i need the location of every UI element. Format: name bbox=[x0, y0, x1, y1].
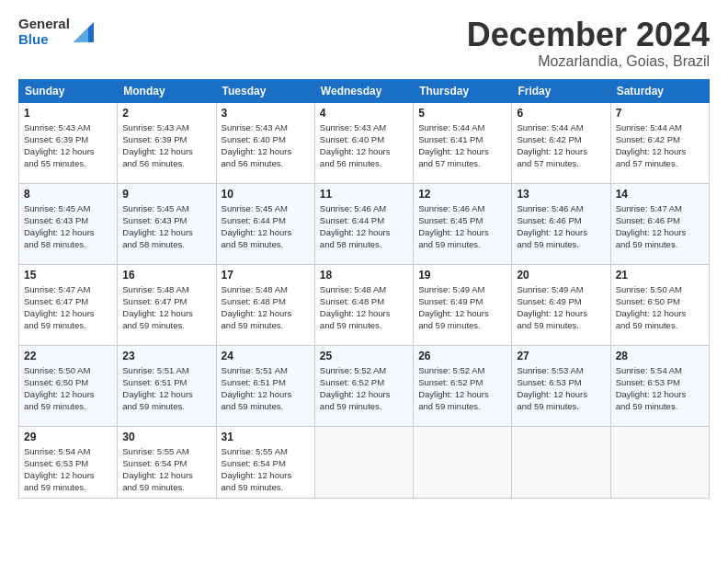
day-info: Sunrise: 5:51 AM Sunset: 6:51 PM Dayligh… bbox=[122, 364, 210, 413]
table-row: 22Sunrise: 5:50 AM Sunset: 6:50 PM Dayli… bbox=[19, 345, 118, 426]
day-info: Sunrise: 5:55 AM Sunset: 6:54 PM Dayligh… bbox=[122, 445, 210, 494]
day-info: Sunrise: 5:50 AM Sunset: 6:50 PM Dayligh… bbox=[24, 364, 112, 413]
table-row: 21Sunrise: 5:50 AM Sunset: 6:50 PM Dayli… bbox=[610, 264, 709, 345]
table-row: 19Sunrise: 5:49 AM Sunset: 6:49 PM Dayli… bbox=[414, 264, 512, 345]
table-row: 31Sunrise: 5:55 AM Sunset: 6:54 PM Dayli… bbox=[216, 426, 314, 498]
header-sunday: Sunday bbox=[19, 79, 118, 102]
day-number: 27 bbox=[517, 350, 605, 362]
day-number: 9 bbox=[122, 188, 210, 201]
day-info: Sunrise: 5:47 AM Sunset: 6:47 PM Dayligh… bbox=[24, 283, 112, 332]
day-info: Sunrise: 5:52 AM Sunset: 6:52 PM Dayligh… bbox=[320, 364, 408, 413]
table-row: 28Sunrise: 5:54 AM Sunset: 6:53 PM Dayli… bbox=[610, 345, 709, 426]
day-info: Sunrise: 5:43 AM Sunset: 6:40 PM Dayligh… bbox=[320, 121, 408, 170]
day-number: 4 bbox=[320, 107, 408, 120]
header-wednesday: Wednesday bbox=[314, 79, 413, 102]
header-monday: Monday bbox=[118, 79, 216, 102]
day-info: Sunrise: 5:49 AM Sunset: 6:49 PM Dayligh… bbox=[517, 283, 605, 332]
day-number: 1 bbox=[24, 107, 112, 120]
day-info: Sunrise: 5:44 AM Sunset: 6:42 PM Dayligh… bbox=[517, 121, 605, 170]
day-number: 14 bbox=[616, 188, 704, 201]
day-info: Sunrise: 5:43 AM Sunset: 6:39 PM Dayligh… bbox=[122, 121, 210, 170]
day-number: 15 bbox=[24, 269, 112, 282]
day-info: Sunrise: 5:48 AM Sunset: 6:48 PM Dayligh… bbox=[222, 283, 310, 332]
day-info: Sunrise: 5:47 AM Sunset: 6:46 PM Dayligh… bbox=[616, 202, 704, 251]
day-number: 31 bbox=[222, 431, 310, 443]
table-row: 4Sunrise: 5:43 AM Sunset: 6:40 PM Daylig… bbox=[314, 102, 413, 183]
day-info: Sunrise: 5:44 AM Sunset: 6:41 PM Dayligh… bbox=[418, 121, 506, 170]
header-friday: Friday bbox=[512, 79, 610, 102]
page-header: General Blue December 2024 Mozarlandia, … bbox=[18, 17, 710, 70]
day-info: Sunrise: 5:46 AM Sunset: 6:44 PM Dayligh… bbox=[320, 202, 408, 251]
day-info: Sunrise: 5:43 AM Sunset: 6:39 PM Dayligh… bbox=[24, 121, 112, 170]
table-row: 7Sunrise: 5:44 AM Sunset: 6:42 PM Daylig… bbox=[610, 102, 709, 183]
month-title: December 2024 bbox=[467, 17, 710, 53]
day-info: Sunrise: 5:52 AM Sunset: 6:52 PM Dayligh… bbox=[418, 364, 506, 413]
day-number: 18 bbox=[320, 269, 408, 282]
table-row: 5Sunrise: 5:44 AM Sunset: 6:41 PM Daylig… bbox=[414, 102, 512, 183]
day-info: Sunrise: 5:51 AM Sunset: 6:51 PM Dayligh… bbox=[222, 364, 310, 413]
day-number: 6 bbox=[517, 107, 605, 120]
day-number: 10 bbox=[222, 188, 310, 201]
logo-blue: Blue bbox=[18, 32, 70, 48]
table-row: 25Sunrise: 5:52 AM Sunset: 6:52 PM Dayli… bbox=[314, 345, 413, 426]
day-number: 5 bbox=[418, 107, 506, 120]
table-row: 24Sunrise: 5:51 AM Sunset: 6:51 PM Dayli… bbox=[216, 345, 314, 426]
table-row: 30Sunrise: 5:55 AM Sunset: 6:54 PM Dayli… bbox=[118, 426, 216, 498]
table-row: 3Sunrise: 5:43 AM Sunset: 6:40 PM Daylig… bbox=[216, 102, 314, 183]
table-row: 23Sunrise: 5:51 AM Sunset: 6:51 PM Dayli… bbox=[118, 345, 216, 426]
day-info: Sunrise: 5:45 AM Sunset: 6:44 PM Dayligh… bbox=[222, 202, 310, 251]
day-number: 28 bbox=[616, 350, 704, 362]
day-info: Sunrise: 5:54 AM Sunset: 6:53 PM Dayligh… bbox=[616, 364, 704, 413]
day-number: 17 bbox=[222, 269, 310, 282]
table-row: 17Sunrise: 5:48 AM Sunset: 6:48 PM Dayli… bbox=[216, 264, 314, 345]
table-row: 26Sunrise: 5:52 AM Sunset: 6:52 PM Dayli… bbox=[414, 345, 512, 426]
day-info: Sunrise: 5:44 AM Sunset: 6:42 PM Dayligh… bbox=[616, 121, 704, 170]
day-number: 21 bbox=[616, 269, 704, 282]
table-row: 8Sunrise: 5:45 AM Sunset: 6:43 PM Daylig… bbox=[19, 183, 118, 264]
day-number: 20 bbox=[517, 269, 605, 282]
table-row: 2Sunrise: 5:43 AM Sunset: 6:39 PM Daylig… bbox=[118, 102, 216, 183]
logo-general: General bbox=[18, 17, 70, 32]
table-row bbox=[314, 426, 413, 498]
weekday-header-row: Sunday Monday Tuesday Wednesday Thursday… bbox=[19, 79, 710, 102]
day-info: Sunrise: 5:48 AM Sunset: 6:47 PM Dayligh… bbox=[122, 283, 210, 332]
logo-text: General Blue bbox=[18, 17, 70, 47]
svg-marker-1 bbox=[74, 28, 88, 42]
logo: General Blue bbox=[18, 17, 94, 47]
day-info: Sunrise: 5:46 AM Sunset: 6:45 PM Dayligh… bbox=[418, 202, 506, 251]
table-row bbox=[610, 426, 709, 498]
table-row bbox=[414, 426, 512, 498]
table-row: 6Sunrise: 5:44 AM Sunset: 6:42 PM Daylig… bbox=[512, 102, 610, 183]
day-info: Sunrise: 5:45 AM Sunset: 6:43 PM Dayligh… bbox=[122, 202, 210, 251]
location-subtitle: Mozarlandia, Goias, Brazil bbox=[467, 53, 710, 70]
day-info: Sunrise: 5:55 AM Sunset: 6:54 PM Dayligh… bbox=[222, 445, 310, 494]
day-number: 2 bbox=[122, 107, 210, 120]
day-info: Sunrise: 5:43 AM Sunset: 6:40 PM Dayligh… bbox=[222, 121, 310, 170]
table-row: 18Sunrise: 5:48 AM Sunset: 6:48 PM Dayli… bbox=[314, 264, 413, 345]
day-number: 23 bbox=[122, 350, 210, 362]
day-number: 16 bbox=[122, 269, 210, 282]
day-number: 11 bbox=[320, 188, 408, 201]
day-number: 30 bbox=[122, 431, 210, 443]
calendar-table: Sunday Monday Tuesday Wednesday Thursday… bbox=[18, 79, 710, 499]
table-row: 15Sunrise: 5:47 AM Sunset: 6:47 PM Dayli… bbox=[19, 264, 118, 345]
header-thursday: Thursday bbox=[414, 79, 512, 102]
day-number: 7 bbox=[616, 107, 704, 120]
day-number: 12 bbox=[418, 188, 506, 201]
day-number: 3 bbox=[222, 107, 310, 120]
header-saturday: Saturday bbox=[610, 79, 709, 102]
table-row: 29Sunrise: 5:54 AM Sunset: 6:53 PM Dayli… bbox=[19, 426, 118, 498]
day-info: Sunrise: 5:49 AM Sunset: 6:49 PM Dayligh… bbox=[418, 283, 506, 332]
day-info: Sunrise: 5:53 AM Sunset: 6:53 PM Dayligh… bbox=[517, 364, 605, 413]
table-row bbox=[512, 426, 610, 498]
logo-arrow-icon bbox=[74, 22, 94, 42]
day-info: Sunrise: 5:45 AM Sunset: 6:43 PM Dayligh… bbox=[24, 202, 112, 251]
day-number: 25 bbox=[320, 350, 408, 362]
day-info: Sunrise: 5:54 AM Sunset: 6:53 PM Dayligh… bbox=[24, 445, 112, 494]
logo-wordmark: General Blue bbox=[18, 17, 94, 47]
day-info: Sunrise: 5:50 AM Sunset: 6:50 PM Dayligh… bbox=[616, 283, 704, 332]
table-row: 1Sunrise: 5:43 AM Sunset: 6:39 PM Daylig… bbox=[19, 102, 118, 183]
header-tuesday: Tuesday bbox=[216, 79, 314, 102]
day-number: 24 bbox=[222, 350, 310, 362]
table-row: 12Sunrise: 5:46 AM Sunset: 6:45 PM Dayli… bbox=[414, 183, 512, 264]
